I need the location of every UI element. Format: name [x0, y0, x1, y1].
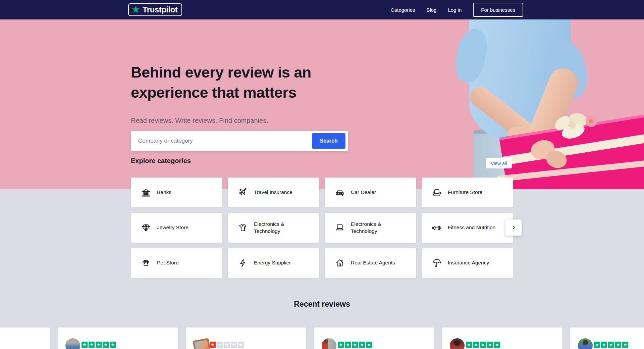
- star-icon: ★: [615, 342, 621, 348]
- star-rating: ★★★★★: [338, 342, 372, 348]
- star-rating: ★★★★★: [466, 342, 500, 348]
- category-label: Electronics & Technology: [351, 221, 406, 235]
- star-icon: ★: [366, 342, 372, 348]
- star-icon: ★: [89, 342, 95, 348]
- star-icon: ★: [466, 342, 472, 348]
- chevron-right-icon: [511, 225, 517, 231]
- review-card[interactable]: ★★★★★: [570, 328, 644, 349]
- star-icon: ★: [473, 342, 479, 348]
- search-input[interactable]: [131, 131, 313, 151]
- star-icon: ★: [338, 342, 344, 348]
- armchair-icon: [432, 188, 442, 198]
- trustpilot-logo[interactable]: ★ Trustpilot: [128, 3, 182, 16]
- category-label: Insurance Agency: [448, 259, 489, 266]
- couple-avatar: [322, 338, 336, 349]
- review-card[interactable]: ★★★★★: [58, 328, 178, 349]
- star-icon: ★: [359, 342, 365, 348]
- bearded-man-avatar: [578, 338, 593, 349]
- logo-wordmark: Trustpilot: [143, 5, 177, 14]
- category-card-jewelry-store[interactable]: Jewelry Store: [131, 213, 222, 243]
- umbrella-icon: [432, 258, 442, 268]
- star-icon: ★: [217, 342, 223, 348]
- star-icon: ★: [601, 342, 607, 348]
- nav-link-categories[interactable]: Categories: [391, 7, 415, 13]
- star-icon: ★: [231, 342, 237, 348]
- recent-reviews-heading: Recent reviews: [0, 300, 644, 309]
- laptop-icon: [335, 223, 345, 233]
- star-icon: ★: [352, 342, 358, 348]
- star-icon: ★: [494, 342, 500, 348]
- category-label: Fitness and Nutrition: [448, 224, 495, 231]
- search-button[interactable]: Search: [312, 133, 345, 149]
- lightning-icon: [238, 258, 248, 268]
- top-navigation-bar: ★ Trustpilot Categories Blog Log in For …: [0, 0, 644, 19]
- category-card-electronics-technology[interactable]: Electronics & Technology: [325, 213, 416, 243]
- category-grid: Banks Travel Insurance Car Dealer Furnit…: [131, 178, 513, 278]
- star-icon: ★: [96, 342, 102, 348]
- carousel-next-button[interactable]: [505, 219, 522, 236]
- hero-title: Behind every review is an experience tha…: [131, 62, 352, 103]
- for-businesses-button[interactable]: For businesses: [473, 3, 523, 17]
- woman-avatar: [450, 338, 465, 349]
- search-bar: Search: [131, 131, 348, 151]
- star-icon: ★: [82, 342, 88, 348]
- dumbbell-icon: [432, 223, 442, 233]
- category-label: Car Dealer: [351, 189, 376, 196]
- star-rating: ★★★★★: [594, 342, 628, 348]
- star-icon: ★: [594, 342, 600, 348]
- trustpilot-star-icon: ★: [131, 5, 140, 14]
- review-card[interactable]: ★★★★★: [186, 328, 306, 349]
- diamond-icon: [141, 223, 151, 233]
- review-card[interactable]: ★★★★★: [442, 328, 562, 349]
- airplane-icon: [238, 188, 248, 198]
- star-icon: ★: [608, 342, 614, 348]
- category-card-travel-insurance[interactable]: Travel Insurance: [228, 178, 319, 207]
- category-card-pet-store[interactable]: Pet Store: [131, 248, 222, 278]
- explore-categories-heading: Explore categories: [131, 157, 191, 165]
- framed-photo-avatar: [194, 338, 208, 349]
- category-label: Electronics & Technology: [254, 221, 309, 235]
- hero-photo-person-with-gift: [456, 19, 644, 189]
- nav-link-login[interactable]: Log in: [448, 7, 462, 13]
- shirt-icon: [238, 223, 248, 233]
- star-icon: ★: [487, 342, 493, 348]
- category-label: Travel Insurance: [254, 189, 292, 196]
- category-card-banks[interactable]: Banks: [131, 178, 222, 207]
- category-card-fitness-nutrition[interactable]: Fitness and Nutrition: [422, 213, 513, 243]
- category-label: Real Estate Agents: [351, 259, 395, 266]
- category-label: Banks: [157, 189, 171, 196]
- category-label: Energy Supplier: [254, 259, 291, 266]
- star-icon: ★: [103, 342, 109, 348]
- hero-subtitle: Read reviews. Write reviews. Find compan…: [131, 117, 268, 124]
- category-label: Pet Store: [157, 259, 179, 266]
- category-card-clothing-store[interactable]: Electronics & Technology: [228, 213, 319, 243]
- category-card-furniture-store[interactable]: Furniture Store: [422, 178, 513, 207]
- header-nav: Categories Blog Log in For businesses: [391, 0, 523, 19]
- paw-icon: [141, 258, 151, 268]
- category-card-insurance-agency[interactable]: Insurance Agency: [422, 248, 513, 278]
- star-icon: ★: [238, 342, 244, 348]
- star-icon: ★: [345, 342, 351, 348]
- review-card[interactable]: [0, 328, 50, 349]
- category-card-real-estate-agents[interactable]: Real Estate Agents: [325, 248, 416, 278]
- category-label: Jewelry Store: [157, 224, 189, 231]
- star-icon: ★: [480, 342, 486, 348]
- category-card-energy-supplier[interactable]: Energy Supplier: [228, 248, 319, 278]
- category-label: Furniture Store: [448, 189, 482, 196]
- star-rating: ★★★★★: [82, 342, 116, 348]
- star-rating: ★★★★★: [210, 342, 244, 348]
- car-icon: [335, 188, 345, 198]
- star-icon: ★: [210, 342, 216, 348]
- trustpilot-homepage: ★ Trustpilot Categories Blog Log in For …: [0, 0, 644, 349]
- star-icon: ★: [622, 342, 628, 348]
- house-icon: [335, 258, 345, 268]
- star-icon: ★: [224, 342, 230, 348]
- view-all-button[interactable]: View all: [486, 158, 512, 168]
- star-icon: ★: [110, 342, 116, 348]
- review-card[interactable]: ★★★★★: [314, 328, 434, 349]
- city-skyline-avatar: [65, 338, 80, 349]
- nav-link-blog[interactable]: Blog: [426, 7, 436, 13]
- recent-reviews-row: ★★★★★ ★★★★★ ★★★★★ ★★★★★ ★★★★★: [0, 328, 644, 349]
- category-card-car-dealer[interactable]: Car Dealer: [325, 178, 416, 207]
- bank-icon: [141, 188, 151, 198]
